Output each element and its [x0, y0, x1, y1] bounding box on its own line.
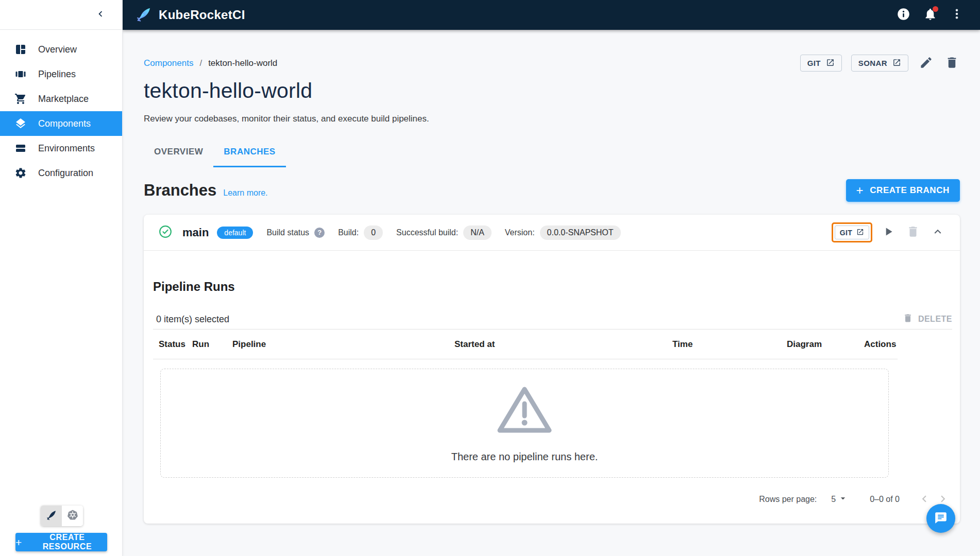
help-icon[interactable]: ? — [314, 228, 325, 238]
create-branch-label: CREATE BRANCH — [870, 185, 950, 196]
column-status: Status — [153, 339, 187, 350]
delete-component-button[interactable] — [943, 55, 960, 72]
default-chip: default — [217, 227, 253, 239]
external-link-icon — [826, 58, 835, 68]
success-status-icon — [159, 225, 172, 240]
kuberocketci-view-button[interactable] — [41, 506, 62, 526]
kebab-icon — [950, 7, 964, 23]
create-resource-button[interactable]: + CREATE RESOURCE — [15, 533, 107, 551]
kubernetes-view-button[interactable] — [62, 506, 83, 526]
sidebar-item-environments[interactable]: Environments — [0, 136, 122, 161]
git-link-label: GIT — [807, 59, 821, 67]
column-started-at: Started at — [449, 339, 667, 350]
branch-name: main — [182, 226, 209, 239]
branch-card: main default Build status ? Build: 0 Suc… — [144, 215, 960, 524]
build-status-label: Build status — [266, 228, 309, 237]
branch-git-button[interactable]: GIT — [835, 225, 869, 239]
breadcrumb: Components / tekton-hello-world — [144, 58, 277, 68]
runs-table-header: Status Run Pipeline Started at Time Diag… — [153, 329, 898, 359]
sidebar: Overview Pipelines Marketplace Component… — [0, 0, 123, 556]
sidebar-item-overview[interactable]: Overview — [0, 37, 122, 62]
delete-runs-button[interactable]: DELETE — [903, 313, 952, 325]
git-link-button[interactable]: GIT — [800, 55, 842, 72]
sidebar-item-label: Pipelines — [38, 69, 76, 80]
column-diagram: Diagram — [781, 339, 858, 350]
column-time: Time — [667, 339, 781, 350]
branch-summary-row: main default Build status ? Build: 0 Suc… — [144, 215, 960, 251]
external-link-icon — [856, 228, 864, 237]
pagination: Rows per page: 5 0–0 of 0 — [153, 478, 952, 521]
info-button[interactable] — [895, 7, 911, 23]
quill-logo-icon — [135, 5, 153, 25]
build-value: 0 — [364, 225, 383, 240]
breadcrumb-components-link[interactable]: Components — [144, 58, 193, 68]
build-branch-button[interactable] — [880, 224, 897, 241]
sidebar-item-configuration[interactable]: Configuration — [0, 161, 122, 185]
sonar-link-label: SONAR — [858, 59, 887, 67]
breadcrumb-current: tekton-hello-world — [208, 58, 277, 68]
version-label: Version: — [505, 228, 535, 237]
trash-icon — [906, 225, 920, 240]
branch-git-label: GIT — [840, 229, 852, 237]
rows-per-page-select[interactable]: 5 — [831, 493, 848, 506]
column-actions: Actions — [858, 339, 898, 350]
pipelines-icon — [14, 67, 27, 81]
highlight-annotation: GIT — [832, 222, 872, 242]
edit-component-button[interactable] — [918, 55, 934, 72]
chat-icon — [934, 511, 948, 526]
column-run: Run — [187, 339, 227, 350]
quill-icon — [45, 509, 58, 523]
component-actions: GIT SONAR — [800, 55, 960, 72]
pagination-range: 0–0 of 0 — [870, 495, 900, 504]
tab-branches[interactable]: BRANCHES — [213, 137, 285, 167]
page-title: tekton-hello-world — [144, 79, 960, 103]
create-branch-button[interactable]: + CREATE BRANCH — [846, 179, 960, 202]
kubernetes-icon — [66, 509, 79, 523]
collapse-branch-button[interactable] — [929, 224, 947, 241]
app-logo[interactable]: KubeRocketCI — [135, 5, 245, 25]
sidebar-item-label: Components — [38, 118, 91, 129]
sidebar-item-pipelines[interactable]: Pipelines — [0, 62, 122, 86]
cart-icon — [14, 92, 27, 106]
topbar: KubeRocketCI — [123, 0, 980, 30]
chevron-left-icon — [918, 492, 931, 507]
previous-page-button[interactable] — [915, 490, 934, 509]
sidebar-item-label: Overview — [38, 44, 77, 55]
notification-badge — [933, 6, 938, 12]
chevron-up-icon — [931, 225, 944, 240]
successful-build-label: Successful build: — [396, 228, 458, 237]
sidebar-item-label: Configuration — [38, 168, 93, 179]
delete-branch-button[interactable] — [904, 224, 922, 241]
successful-build-value: N/A — [463, 225, 492, 240]
tabs: OVERVIEW BRANCHES — [144, 137, 960, 167]
dashboard-icon — [14, 43, 27, 56]
sidebar-header — [0, 0, 122, 30]
pencil-icon — [919, 56, 933, 71]
info-icon — [897, 7, 910, 23]
sonar-link-button[interactable]: SONAR — [851, 55, 908, 72]
trash-icon — [945, 56, 959, 71]
create-resource-label: CREATE RESOURCE — [27, 533, 107, 551]
screen: Overview Pipelines Marketplace Component… — [0, 0, 980, 556]
tab-overview[interactable]: OVERVIEW — [144, 137, 213, 167]
sidebar-item-label: Environments — [38, 143, 95, 154]
learn-more-link[interactable]: Learn more. — [223, 188, 267, 198]
rows-per-page-value: 5 — [831, 495, 836, 504]
sidebar-nav: Overview Pipelines Marketplace Component… — [0, 30, 122, 185]
notifications-button[interactable] — [922, 7, 938, 23]
chat-fab-button[interactable] — [926, 504, 955, 533]
sidebar-item-components[interactable]: Components — [0, 111, 122, 136]
pipeline-runs-heading: Pipeline Runs — [153, 280, 952, 294]
topbar-actions — [895, 7, 965, 23]
more-menu-button[interactable] — [949, 7, 965, 23]
caret-down-icon — [838, 493, 848, 506]
main-content: Components / tekton-hello-world GIT SONA… — [123, 30, 980, 556]
sidebar-collapse-button[interactable] — [93, 8, 108, 22]
version-value: 0.0.0-SNAPSHOT — [540, 225, 621, 240]
sidebar-item-marketplace[interactable]: Marketplace — [0, 86, 122, 111]
selected-count: 0 item(s) selected — [153, 314, 229, 325]
gear-icon — [14, 166, 27, 180]
branches-heading: Branches — [144, 181, 216, 200]
external-link-icon — [892, 58, 901, 68]
column-pipeline: Pipeline — [227, 339, 449, 350]
